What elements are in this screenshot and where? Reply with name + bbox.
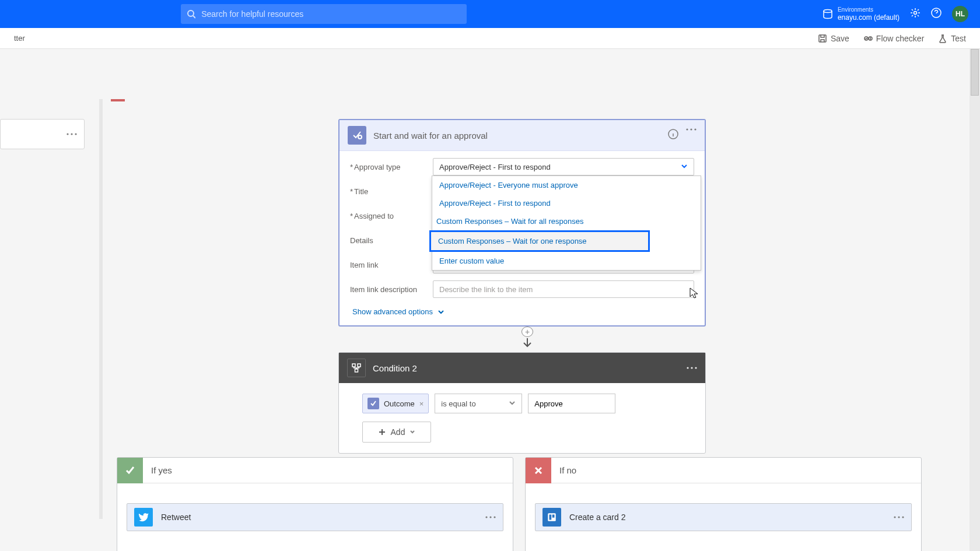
svg-point-19 [687,367,688,368]
test-label: Test [951,34,966,43]
chevron-down-icon [681,163,688,170]
flow-checker-icon [863,34,873,43]
svg-point-24 [494,516,495,518]
assigned-to-label: Assigned to [350,212,427,220]
dd-option-everyone-approve[interactable]: Approve/Reject - Everyone must approve [432,176,701,194]
svg-point-30 [898,516,900,518]
more-icon[interactable] [687,367,697,369]
approval-card: Start and wait for an approval Approval … [338,119,706,327]
item-link-desc-input[interactable] [433,280,694,298]
condition-title: Condition 2 [373,363,680,373]
twitter-icon [134,508,153,527]
search-icon [187,9,195,19]
condition-value-input[interactable] [528,394,615,413]
flow-checker-button[interactable]: Flow checker [863,34,924,43]
save-label: Save [831,34,849,43]
plus-icon [378,428,386,436]
svg-point-13 [686,128,688,130]
chevron-down-icon [410,429,415,435]
if-yes-icon [117,458,143,483]
dd-option-first-respond[interactable]: Approve/Reject - First to respond [432,194,701,212]
if-no-label: If no [559,465,576,475]
more-icon[interactable] [894,516,904,518]
condition-operator-select[interactable]: is equal to [435,394,522,413]
svg-point-9 [71,133,72,135]
operator-value: is equal to [441,399,475,408]
svg-point-3 [914,12,917,15]
svg-rect-18 [355,369,358,372]
svg-point-22 [485,516,487,518]
if-yes-branch: If yes Retweet Add an action [117,457,513,551]
beaker-icon [938,34,947,43]
save-icon [818,34,827,43]
show-advanced-label: Show advanced options [352,307,433,316]
previous-step-card[interactable] [0,119,85,149]
svg-point-10 [75,133,76,135]
search-box[interactable] [181,4,467,24]
condition-left-operand[interactable]: Outcome × [362,394,429,413]
svg-point-21 [695,367,696,368]
svg-rect-17 [358,364,360,367]
svg-point-2 [824,9,832,12]
dd-option-custom-all[interactable]: Custom Responses – Wait for all response… [429,212,650,230]
svg-point-31 [902,516,904,518]
dd-option-enter-custom[interactable]: Enter custom value [432,252,701,270]
info-button[interactable] [667,128,679,142]
svg-point-14 [690,128,692,130]
approval-type-label: Approval type [350,163,427,171]
svg-rect-16 [352,364,355,367]
cursor-icon [689,287,699,300]
approval-icon [348,126,366,145]
check-icon [124,465,136,476]
condition-tag-label: Outcome [384,399,415,408]
svg-point-0 [188,10,194,16]
gear-icon [910,8,921,18]
vertical-scrollbar[interactable] [970,49,980,551]
retweet-action[interactable]: Retweet [127,503,503,531]
chevron-down-icon [438,308,444,315]
svg-rect-5 [819,35,826,42]
add-condition-button[interactable]: Add [362,422,431,443]
help-button[interactable] [931,8,942,20]
info-icon [667,128,679,140]
approval-header[interactable]: Start and wait for an approval [340,120,705,151]
show-advanced-options[interactable]: Show advanced options [350,307,694,316]
title-label: Title [350,187,427,196]
more-icon[interactable] [485,516,496,518]
environment-label: Environments [838,6,900,13]
svg-point-29 [894,516,895,518]
dd-option-custom-one[interactable]: Custom Responses – Wait for one response [429,230,650,252]
if-yes-label: If yes [151,465,172,475]
create-card-label: Create a card 2 [569,513,886,522]
remove-token-button[interactable]: × [419,399,424,408]
more-icon[interactable] [66,133,77,135]
scrollbar-thumb[interactable] [971,49,979,96]
environment-selector[interactable]: Environments enayu.com (default) [822,6,900,22]
svg-point-15 [694,128,696,130]
if-no-icon [526,458,551,483]
svg-point-23 [489,516,491,518]
search-input[interactable] [201,9,461,19]
svg-rect-26 [548,513,556,521]
svg-point-8 [66,133,68,135]
arrow-down-icon [522,337,533,351]
svg-point-11 [358,135,362,139]
x-icon [533,465,544,476]
create-card-action[interactable]: Create a card 2 [535,503,912,531]
add-step-button[interactable]: + [522,327,533,337]
settings-button[interactable] [910,8,921,20]
approval-type-select[interactable]: Approve/Reject - First to respond [433,158,694,176]
more-icon[interactable] [686,128,696,131]
avatar[interactable]: HL [952,6,968,22]
question-icon [931,8,942,18]
environment-value: enayu.com (default) [838,13,900,22]
save-button[interactable]: Save [818,34,849,43]
approval-type-dropdown: Approve/Reject - Everyone must approve A… [432,176,701,271]
condition-header[interactable]: Condition 2 [339,353,705,383]
condition-card: Condition 2 Outcome × is equal to Add [338,352,706,454]
test-button[interactable]: Test [938,34,966,43]
item-link-label: Item link [350,261,427,269]
approval-title: Start and wait for an approval [373,131,660,141]
condition-icon [347,359,366,377]
details-label: Details [350,236,427,245]
